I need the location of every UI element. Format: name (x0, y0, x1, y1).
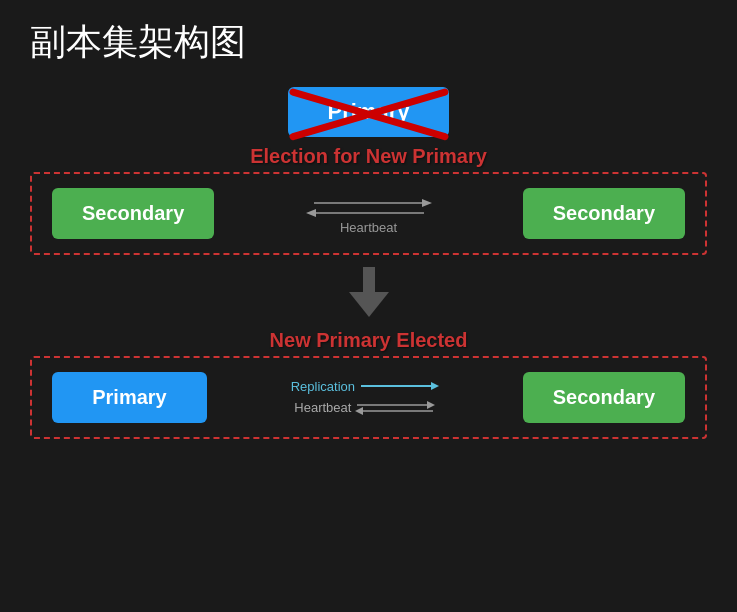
replication-box: Primary Replication Heartbeat (30, 356, 707, 439)
election-label: Election for New Primary (250, 145, 487, 168)
replication-label: Replication (291, 379, 355, 394)
top-section: Primary Election for New Primary (0, 87, 737, 168)
svg-marker-11 (427, 401, 435, 409)
heartbeat-indicator: Heartbeat (294, 193, 444, 235)
svg-marker-13 (355, 407, 363, 415)
secondary-node-2: Secondary (523, 188, 685, 239)
new-primary-label: New Primary Elected (0, 329, 737, 352)
failed-primary-label: Primary (328, 99, 410, 124)
secondary-2-label: Secondary (553, 202, 655, 224)
heartbeat-arrows-bottom (355, 397, 435, 417)
heartbeat-label: Heartbeat (340, 220, 397, 235)
diagram-container: Primary Election for New Primary Seconda… (0, 87, 737, 612)
heartbeat-label-bottom: Heartbeat (294, 400, 351, 415)
primary-label: Primary (92, 386, 167, 408)
secondary-node-bottom: Secondary (523, 372, 685, 423)
svg-marker-3 (422, 199, 432, 207)
svg-marker-7 (349, 292, 389, 317)
down-arrow-icon (344, 267, 394, 317)
failed-primary-box: Primary (288, 87, 450, 137)
heartbeat-row: Heartbeat (294, 397, 435, 417)
secondary-bottom-label: Secondary (553, 386, 655, 408)
primary-node: Primary (52, 372, 207, 423)
svg-marker-9 (431, 382, 439, 390)
replication-row: Replication (291, 378, 439, 394)
secondary-1-label: Secondary (82, 202, 184, 224)
down-arrow-container (0, 267, 737, 317)
secondary-node-1: Secondary (52, 188, 214, 239)
election-box: Secondary Heartbeat Secondary (30, 172, 707, 255)
page-title: 副本集架构图 (0, 0, 737, 77)
heartbeat-arrows (304, 193, 434, 223)
replication-arrows: Replication Heartbeat (281, 378, 449, 417)
replication-arrow-icon (359, 378, 439, 394)
svg-rect-6 (363, 267, 375, 295)
svg-marker-5 (306, 209, 316, 217)
